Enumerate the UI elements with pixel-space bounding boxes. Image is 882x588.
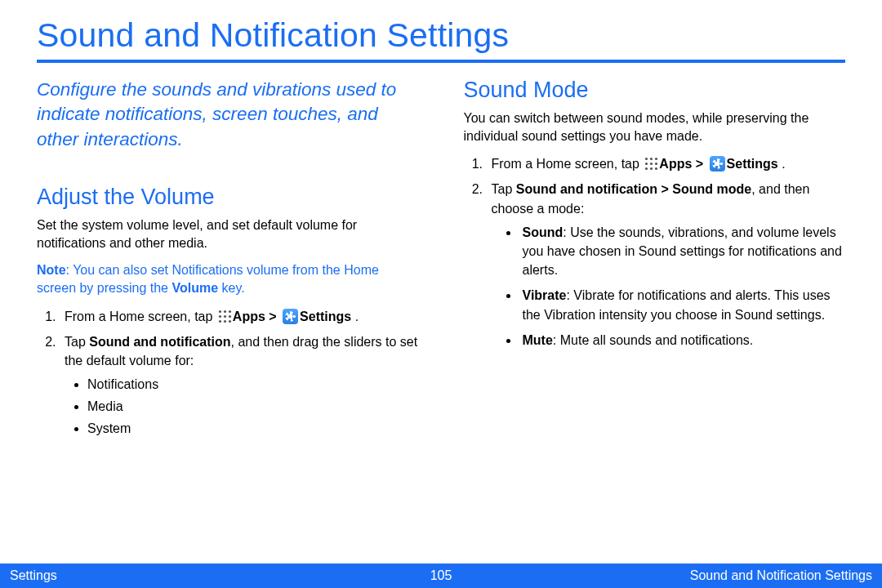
svg-point-14: [655, 163, 657, 165]
mode-text: : Mute all sounds and notifications.: [553, 333, 753, 347]
svg-point-10: [650, 158, 653, 160]
svg-point-5: [229, 314, 231, 317]
svg-point-16: [650, 167, 653, 170]
step-bold: Sound and notification: [89, 335, 230, 349]
right-column: Sound Mode You can switch between sound …: [464, 78, 846, 447]
step-text: From a Home screen, tap: [65, 310, 216, 323]
volume-targets: Notifications Media System: [65, 373, 419, 440]
svg-point-4: [224, 314, 226, 317]
settings-label: Settings: [727, 157, 778, 171]
adjust-volume-steps: From a Home screen, tap Apps > Settings …: [37, 307, 419, 440]
list-item: Media: [87, 395, 419, 417]
step-bold: Sound and notification > Sound mode: [516, 182, 751, 196]
svg-point-8: [229, 319, 231, 322]
svg-point-13: [650, 163, 653, 165]
note-label: Note: [37, 263, 66, 277]
step-text: Tap: [65, 335, 89, 349]
list-item: Tap Sound and notification > Sound mode,…: [487, 180, 846, 350]
section-adjust-volume: Adjust the Volume: [37, 185, 419, 210]
sound-mode-steps: From a Home screen, tap Apps > Settings …: [464, 154, 846, 350]
settings-icon: [710, 156, 725, 172]
mode-label: Vibrate: [523, 288, 567, 302]
step-tail: .: [351, 310, 359, 323]
footer-page: 105: [430, 568, 452, 583]
content-columns: Configure the sounds and vibrations used…: [37, 78, 845, 447]
svg-point-3: [219, 314, 221, 317]
mode-list: Sound: Use the sounds, vibrations, and v…: [492, 223, 846, 350]
page-footer: Settings 105 Sound and Notification Sett…: [0, 564, 882, 588]
svg-point-11: [655, 158, 657, 160]
svg-point-0: [219, 310, 221, 312]
svg-point-2: [229, 310, 231, 312]
note-bold: Volume: [172, 281, 218, 295]
list-item: Notifications: [87, 373, 419, 395]
apps-icon: [644, 157, 658, 171]
footer-left: Settings: [10, 568, 430, 583]
apps-label: Apps >: [659, 157, 706, 171]
mode-text: : Use the sounds, vibrations, and volume…: [523, 225, 842, 277]
adjust-volume-desc: Set the system volume level, and set def…: [37, 216, 419, 252]
mode-label: Mute: [523, 333, 553, 347]
list-item: Mute: Mute all sounds and notifications.: [519, 331, 846, 350]
svg-point-12: [645, 163, 648, 165]
svg-point-6: [219, 319, 221, 322]
settings-label: Settings: [300, 310, 351, 323]
svg-point-7: [224, 319, 226, 322]
mode-label: Sound: [523, 225, 564, 239]
list-item: Tap Sound and notification, and then dra…: [60, 332, 419, 440]
list-item: System: [87, 417, 419, 439]
apps-icon: [218, 310, 232, 323]
svg-point-15: [645, 167, 648, 170]
svg-point-17: [655, 167, 657, 170]
note-tail: key.: [218, 281, 245, 295]
page-title: Sound and Notification Settings: [37, 16, 845, 55]
footer-right: Sound and Notification Settings: [452, 568, 872, 583]
mode-text: : Vibrate for notifications and alerts. …: [523, 288, 831, 321]
sound-mode-desc: You can switch between sound modes, whil…: [464, 109, 846, 145]
svg-point-9: [645, 158, 648, 160]
section-sound-mode: Sound Mode: [464, 78, 846, 103]
intro-text: Configure the sounds and vibrations used…: [37, 78, 419, 152]
manual-page: Sound and Notification Settings Configur…: [0, 0, 882, 588]
left-column: Configure the sounds and vibrations used…: [37, 78, 419, 447]
list-item: From a Home screen, tap Apps > Settings …: [487, 154, 846, 173]
apps-label: Apps >: [233, 310, 280, 323]
settings-icon: [283, 309, 298, 324]
step-tail: .: [778, 157, 786, 171]
svg-point-1: [224, 310, 226, 312]
step-text: Tap: [492, 182, 516, 196]
title-rule: [37, 60, 845, 63]
note-text: Note: You can also set Notifications vol…: [37, 261, 419, 296]
list-item: Vibrate: Vibrate for notifications and a…: [519, 286, 846, 323]
step-text: From a Home screen, tap: [492, 157, 644, 171]
list-item: From a Home screen, tap Apps > Settings …: [60, 307, 419, 326]
list-item: Sound: Use the sounds, vibrations, and v…: [519, 223, 846, 280]
